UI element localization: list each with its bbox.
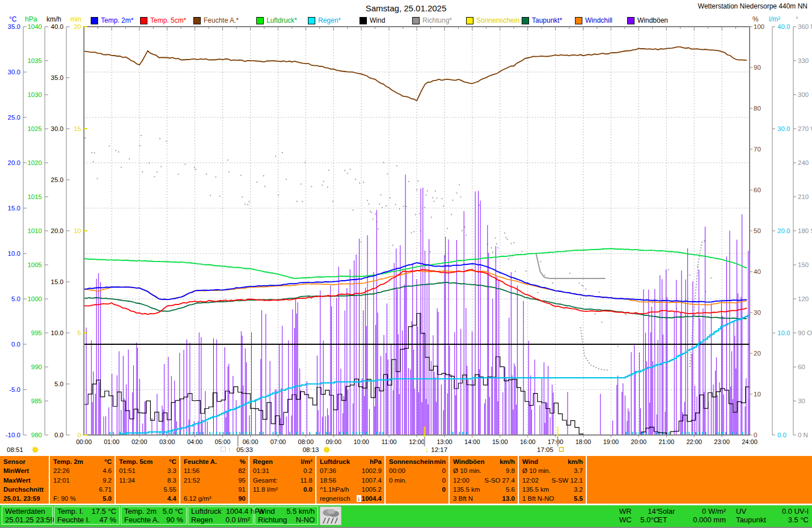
x-axis-label: 16:00 <box>520 438 536 445</box>
stat-col-unit: l/m² <box>301 457 312 466</box>
axis-label-sun: 5 <box>78 330 81 336</box>
stat-col-temp-5cm: Temp. 5cm°C01:513.311:348.35.554.4 <box>116 456 180 504</box>
stat-col-feuchte-a-: Feuchte A.%11:568221:5295916.12 g/m³90 <box>180 456 249 504</box>
weather-bar-right-group-2: UV0.0 UV-ITaupunkt3.5 °C <box>736 507 809 524</box>
weather-bar-label: WC <box>619 516 632 524</box>
stat-cell-value: 1005.2 <box>362 485 382 494</box>
stat-cell-label: 07:36 <box>320 466 336 475</box>
x-axis-label: 11:00 <box>382 438 397 445</box>
weather-bar-value: 0.000 mm <box>693 516 726 524</box>
stat-col-regen: Regenl/m²01:310.2Gesamt:11.811.8 l/m²0.0 <box>249 456 316 504</box>
stat-cell-label: 0 min. <box>389 476 407 485</box>
falling-arrow-icon: ↓ <box>357 495 361 502</box>
weather-bar-cell-0: Wetterdaten25.01.25 23:59 <box>2 507 52 524</box>
weather-bar-label: Temp. 2m <box>124 507 157 516</box>
x-axis-label: 06:00 <box>243 438 259 445</box>
x-axis-label: 00:00 <box>76 438 92 445</box>
stat-cell-label: 11.8 l/m² <box>253 485 278 494</box>
stat-cell-row: 18:561007.4 <box>320 476 382 485</box>
stat-cell-label: Gesamt: <box>253 476 277 485</box>
stat-cell-value: 90 <box>238 494 246 503</box>
stat-cell-row: 3 Bft N13.0 <box>453 494 515 503</box>
chart-plot: 35.030.025.020.015.010.05.00.0-5.0-10.01… <box>0 0 812 457</box>
stat-col-title: Temp. 2m <box>53 457 83 466</box>
stat-cell-value: 0 <box>442 476 446 485</box>
stat-cell-value: 95 <box>238 476 246 485</box>
stat-cell-row: 11.8 l/m²0.0 <box>253 485 312 494</box>
axis-label-wind: 25.0 <box>51 176 64 183</box>
stat-cell-label: 11:34 <box>119 476 135 485</box>
event-time-label: 17:05 <box>537 446 553 453</box>
stat-col-unit: % <box>240 457 246 466</box>
axis-label-temp: 15.0 <box>8 205 20 212</box>
axis-label-rain: 30.0 <box>777 125 790 132</box>
stat-cell-value: 0.2 <box>303 466 312 475</box>
sun-ray <box>329 452 329 453</box>
moon-icon <box>221 447 225 451</box>
stat-cell-value: 4.4 <box>167 494 176 503</box>
stat-cell-value: 5.0 <box>103 494 112 503</box>
axis-label-direction: 150 <box>798 261 809 268</box>
axis-label-percent: 60 <box>754 187 761 193</box>
stat-cell-row: Ø 10 min.9.8 <box>453 466 515 475</box>
axis-label-percent: 80 <box>754 105 761 112</box>
sun-ray <box>37 452 38 453</box>
weather-bar-label: Wetterdaten <box>5 507 45 516</box>
axis-label-sun: 0 <box>78 432 81 438</box>
weather-bar-right-group-1: Solar0 W/m²ET0.000 mm <box>658 507 726 524</box>
weather-bar-value: 3.5 °C <box>788 516 809 524</box>
stat-cell-row: 6.12 g/m³90 <box>184 494 246 503</box>
stat-cell-label: 135.5 km <box>453 485 480 494</box>
stat-cell-value: 5.6 <box>506 485 515 494</box>
weather-bar-value: 0 W/m² <box>702 507 726 516</box>
sunrise-time-label: 08:51 <box>7 446 23 453</box>
weather-bar-label: UV <box>736 507 746 516</box>
stat-cell-value: 1002.9 <box>362 466 382 475</box>
stat-cell-row: 6.71 <box>53 485 112 494</box>
stat-cell-row: 11:348.3 <box>119 476 176 485</box>
stat-col-unit: min <box>434 457 446 466</box>
stat-cell-label: 3 Bft N <box>453 494 473 503</box>
axis-label-direction: 90 O <box>798 330 812 336</box>
stat-cell-label: 00:00 <box>389 466 405 475</box>
axis-label-pressure: 1010 <box>27 227 42 234</box>
stat-cell-label: 01:31 <box>253 466 269 475</box>
stat-col-title: Temp. 5cm <box>119 457 153 466</box>
axis-label-rain: 10.0 <box>777 330 790 336</box>
x-axis-label: 17:00 <box>548 438 564 445</box>
stat-cell-row: Gesamt:11.8 <box>253 476 312 485</box>
axis-label-wind: 0.0 <box>54 432 64 438</box>
axis-label-direction: 120 <box>798 295 809 302</box>
x-axis-label: 22:00 <box>686 438 702 445</box>
axis-label-percent: 90 <box>754 64 761 71</box>
sun-ray <box>37 447 38 447</box>
axis-label-temp: -10.0 <box>6 432 20 438</box>
stat-cell-label: 1 Bft N-NO <box>522 494 554 503</box>
stat-cell-row: 01:310.2 <box>253 466 312 475</box>
axis-label-wind: 20.0 <box>51 227 64 234</box>
axis-label-direction: 180 S <box>798 227 812 234</box>
weather-data-bar: Wetterdaten25.01.25 23:59Temp. I.17.5 °C… <box>0 505 812 528</box>
stat-row-label: Durchschnitt <box>3 485 46 494</box>
axis-label-percent: 50 <box>754 227 761 234</box>
stat-col-sonnenschein: Sonnenscheinmin00:0000 min.00 <box>386 456 450 504</box>
sun-ray <box>32 447 33 447</box>
stat-cell-value: 3.2 <box>574 485 583 494</box>
stat-cell-row: 5.55 <box>119 485 176 494</box>
stat-col-title: Wind <box>522 457 538 466</box>
axis-label-wind: 15.0 <box>51 278 64 285</box>
stat-cell-row: 135.5 km3.2 <box>522 485 583 494</box>
weather-bar-label: Richtung <box>258 516 287 524</box>
stat-cell-label: 12:01 <box>53 476 70 485</box>
axis-label-rain: 0.0 <box>777 432 786 438</box>
stat-col-unit: hPa <box>370 457 382 466</box>
weather-bar-value: 90 % <box>166 516 183 524</box>
axis-label-direction: 210 <box>798 193 809 200</box>
axis-label-sun: 20 <box>74 23 81 30</box>
stat-cell-row: 07:361002.9 <box>320 466 382 475</box>
axis-label-pressure: 1025 <box>27 125 42 132</box>
weather-bar-value: 5.0 °C <box>163 507 183 516</box>
stat-cell-value: 13.0 <box>502 494 515 503</box>
stat-cell-row: 11:5682 <box>184 466 246 475</box>
weather-bar-cell-2: Temp. 2m5.0 °CFeuchte A.90 % <box>121 507 186 524</box>
